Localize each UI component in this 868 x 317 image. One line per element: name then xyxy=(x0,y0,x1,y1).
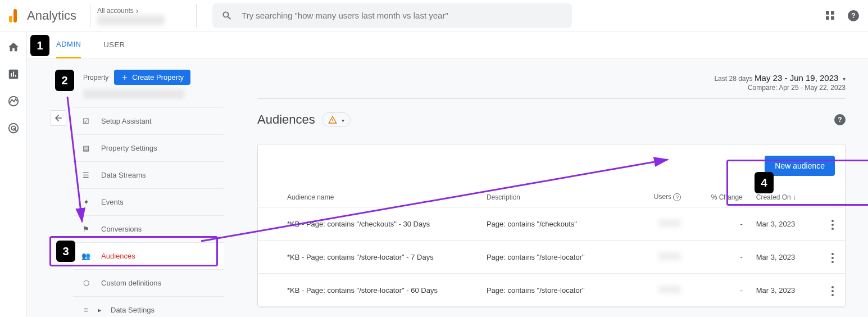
page-title: Audiences xyxy=(257,112,315,127)
cell-users xyxy=(632,241,688,274)
search-input[interactable] xyxy=(242,11,563,20)
cell-change: - xyxy=(688,274,749,307)
help-circle-icon[interactable]: ? xyxy=(673,193,681,201)
col-audience-name[interactable]: Audience name xyxy=(280,187,480,207)
search-icon xyxy=(221,10,233,21)
explore-icon[interactable] xyxy=(7,94,20,108)
menu-events[interactable]: ✦Events xyxy=(73,189,224,216)
menu-data-streams[interactable]: ☰Data Streams xyxy=(73,162,224,189)
logo[interactable]: Analytics xyxy=(9,8,76,23)
chevron-right-icon xyxy=(136,6,139,15)
highlight-new-audience xyxy=(726,160,868,206)
caret-right-icon: ▸ xyxy=(98,306,102,314)
account-label: All accounts xyxy=(97,7,134,15)
step-badge-2: 2 xyxy=(55,70,74,91)
click-icon: ✦ xyxy=(80,198,92,206)
chevron-down-icon xyxy=(840,74,846,83)
menu-property-settings[interactable]: ▤Property Settings xyxy=(73,135,224,162)
cell-name: *KB - Page: contains "/checkouts" - 30 D… xyxy=(280,207,480,241)
flag-icon: ⚑ xyxy=(80,225,92,233)
date-range-picker[interactable]: Last 28 days May 23 - Jun 19, 2023 Compa… xyxy=(257,73,846,92)
step-badge-1: 1 xyxy=(30,35,49,56)
database-icon: ≡ xyxy=(80,306,92,314)
account-selector[interactable]: All accounts xyxy=(90,4,197,28)
property-name-redacted xyxy=(83,89,184,98)
cell-desc: Page: contains "/store-locator" xyxy=(480,241,632,274)
content: 1 ADMIN USER 2 Property Create Property xyxy=(27,31,868,317)
table-row[interactable]: *KB - Page: contains "/store-locator" - … xyxy=(258,241,845,274)
warning-chip[interactable] xyxy=(322,112,351,127)
cell-change: - xyxy=(688,207,749,241)
col-users[interactable]: Users ? xyxy=(632,187,688,207)
menu-setup-assistant[interactable]: ☑Setup Assistant xyxy=(73,108,224,135)
definitions-icon: ⬡ xyxy=(80,279,92,287)
plus-icon xyxy=(121,74,129,81)
col-description[interactable]: Description xyxy=(480,187,632,207)
create-property-button[interactable]: Create Property xyxy=(114,70,190,85)
more-icon[interactable] xyxy=(829,284,836,298)
product-name: Analytics xyxy=(27,8,76,23)
account-name-redacted xyxy=(97,15,165,25)
chevron-down-icon xyxy=(339,116,344,124)
cell-desc: Page: contains "/store-locator" xyxy=(480,274,632,307)
more-icon[interactable] xyxy=(829,218,836,232)
step-badge-3: 3 xyxy=(56,241,75,262)
advertising-icon[interactable] xyxy=(7,121,20,135)
more-icon[interactable] xyxy=(829,251,836,265)
table-row[interactable]: *KB - Page: contains "/store-locator" - … xyxy=(258,274,845,307)
property-label: Property xyxy=(83,74,108,81)
back-button[interactable] xyxy=(51,110,66,126)
main-area: Last 28 days May 23 - Jun 19, 2023 Compa… xyxy=(224,70,868,317)
cell-change: - xyxy=(688,241,749,274)
step-badge-4: 4 xyxy=(755,172,774,193)
home-icon[interactable] xyxy=(7,40,20,54)
analytics-logo-icon xyxy=(9,9,22,22)
search-box[interactable] xyxy=(212,3,572,28)
app-header: Analytics All accounts ? xyxy=(0,0,868,31)
property-menu: ☑Setup Assistant ▤Property Settings ☰Dat… xyxy=(73,107,224,317)
property-column: 2 Property Create Property 3 ☑Setup Assi xyxy=(49,70,224,317)
streams-icon: ☰ xyxy=(80,171,92,179)
cell-created: Mar 3, 2023 xyxy=(749,274,822,307)
arrow-left-icon xyxy=(53,113,63,123)
cell-desc: Page: contains "/checkouts" xyxy=(480,207,632,241)
help-icon[interactable]: ? xyxy=(848,10,859,21)
tab-admin[interactable]: ADMIN xyxy=(56,31,81,58)
cell-name: *KB - Page: contains "/store-locator" - … xyxy=(280,274,480,307)
nav-rail xyxy=(0,31,27,317)
cell-users xyxy=(632,207,688,241)
check-square-icon: ☑ xyxy=(80,117,92,125)
admin-tabs: 1 ADMIN USER xyxy=(27,31,868,58)
cell-created: Mar 3, 2023 xyxy=(749,207,822,241)
cell-name: *KB - Page: contains "/store-locator" - … xyxy=(280,241,480,274)
layout-icon: ▤ xyxy=(80,144,92,152)
help-icon[interactable]: ? xyxy=(834,114,846,125)
table-row[interactable]: *KB - Page: contains "/checkouts" - 30 D… xyxy=(258,207,845,241)
menu-data-settings[interactable]: ≡▸Data Settings xyxy=(73,297,224,317)
tab-user[interactable]: USER xyxy=(103,31,125,58)
menu-custom-definitions[interactable]: ⬡Custom definitions xyxy=(73,270,224,297)
apps-icon[interactable] xyxy=(826,11,834,20)
cell-users xyxy=(632,274,688,307)
cell-created: Mar 3, 2023 xyxy=(749,241,822,274)
reports-icon[interactable] xyxy=(7,67,20,81)
warning-icon xyxy=(328,115,337,124)
